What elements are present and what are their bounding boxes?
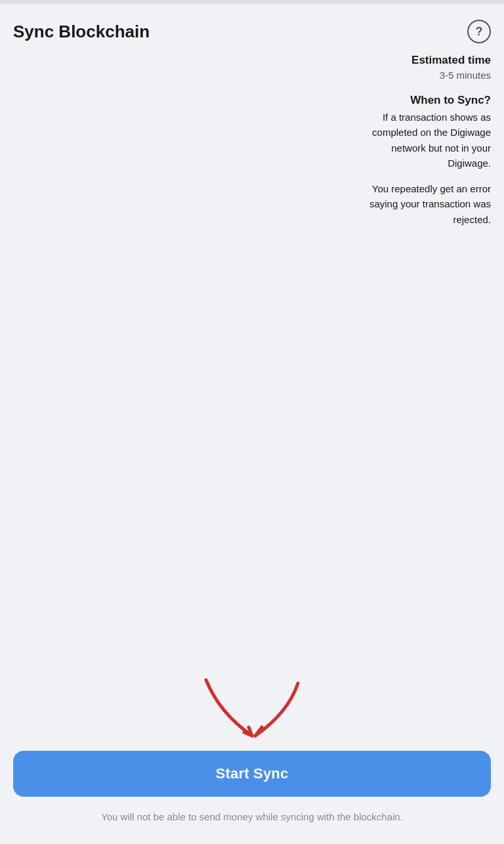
left-panel: [13, 54, 360, 644]
arrow-container: [13, 667, 491, 746]
page-title: Sync Blockchain: [13, 22, 150, 42]
header: Sync Blockchain ?: [0, 4, 504, 54]
start-sync-button[interactable]: Start Sync: [13, 751, 491, 797]
estimated-time-label: Estimated time: [366, 54, 491, 67]
right-panel: Estimated time 3-5 minutes When to Sync?…: [360, 54, 491, 644]
red-arrows-decoration: [167, 673, 337, 746]
bottom-section: Start Sync You will not be able to send …: [0, 667, 504, 845]
when-to-sync-text2: You repeatedly get an error saying your …: [366, 181, 491, 227]
question-mark-icon: ?: [476, 25, 483, 39]
content-area: Estimated time 3-5 minutes When to Sync?…: [0, 54, 504, 644]
estimated-time-value: 3-5 minutes: [366, 70, 491, 81]
disclaimer-text: You will not be able to send money while…: [13, 810, 491, 825]
when-to-sync-label: When to Sync?: [366, 94, 491, 107]
when-to-sync-text1: If a transaction shows as completed on t…: [366, 110, 491, 171]
help-icon-button[interactable]: ?: [467, 20, 491, 43]
